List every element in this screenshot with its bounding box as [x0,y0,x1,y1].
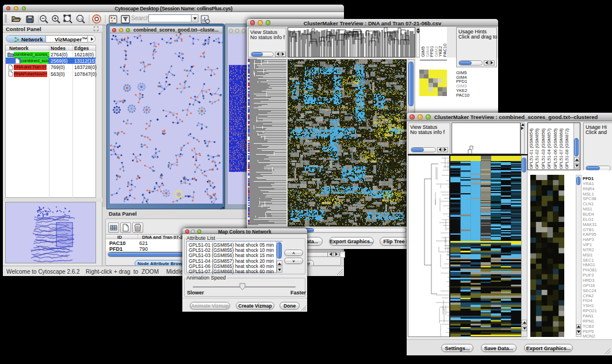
svg-text:1:1: 1:1 [78,17,82,21]
